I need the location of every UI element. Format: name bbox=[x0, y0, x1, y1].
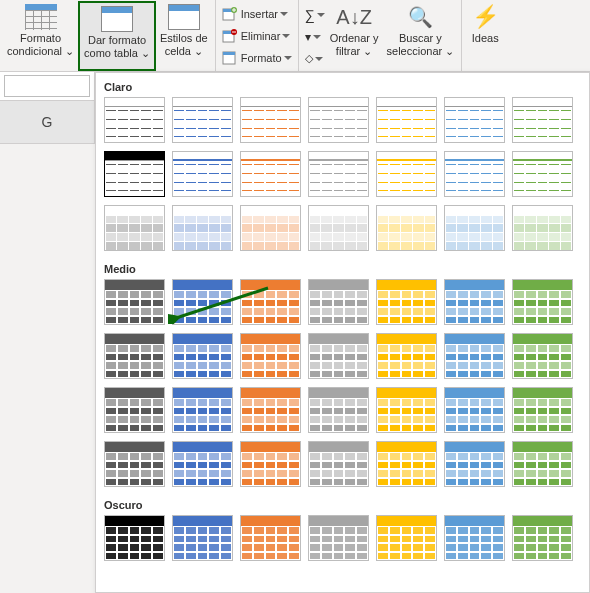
table-style-thumb[interactable] bbox=[444, 333, 505, 379]
table-style-thumb[interactable] bbox=[376, 387, 437, 433]
group-ideas: ⚡ Ideas bbox=[462, 0, 508, 71]
table-style-thumb[interactable] bbox=[172, 333, 233, 379]
table-style-thumb[interactable] bbox=[512, 151, 573, 197]
table-style-thumb[interactable] bbox=[376, 205, 437, 251]
table-style-thumb[interactable] bbox=[240, 205, 301, 251]
gallery-row bbox=[104, 441, 583, 487]
find-select-button[interactable]: 🔍 Buscar y seleccionar ⌄ bbox=[383, 1, 459, 71]
table-style-thumb[interactable] bbox=[512, 205, 573, 251]
table-style-thumb[interactable] bbox=[444, 515, 505, 561]
table-style-thumb[interactable] bbox=[308, 441, 369, 487]
table-style-thumb[interactable] bbox=[308, 387, 369, 433]
table-style-thumb[interactable] bbox=[104, 515, 165, 561]
table-style-thumb[interactable] bbox=[376, 97, 437, 143]
table-style-thumb[interactable] bbox=[444, 151, 505, 197]
cell-styles-label: Estilos de celda ⌄ bbox=[160, 32, 208, 57]
gallery-row bbox=[104, 205, 583, 251]
table-style-thumb[interactable] bbox=[240, 151, 301, 197]
worksheet-strip: G bbox=[0, 72, 95, 144]
table-style-thumb[interactable] bbox=[444, 387, 505, 433]
conditional-formatting-label: Formato condicional ⌄ bbox=[7, 32, 74, 57]
column-header[interactable]: G bbox=[0, 100, 94, 144]
format-as-table-icon bbox=[101, 6, 133, 32]
table-style-thumb[interactable] bbox=[512, 441, 573, 487]
table-style-thumb[interactable] bbox=[104, 97, 165, 143]
table-style-thumb[interactable] bbox=[240, 441, 301, 487]
gallery-scroll[interactable]: Claro Medio Oscuro bbox=[96, 73, 589, 592]
fill-down-icon: ▾ bbox=[305, 30, 311, 44]
sort-filter-button[interactable]: A↓Z Ordenar y filtrar ⌄ bbox=[326, 1, 383, 71]
find-select-icon: 🔍 bbox=[404, 4, 436, 30]
table-style-thumb[interactable] bbox=[376, 151, 437, 197]
table-style-thumb[interactable] bbox=[444, 441, 505, 487]
gallery-row bbox=[104, 279, 583, 325]
table-style-thumb[interactable] bbox=[104, 279, 165, 325]
sort-filter-icon: A↓Z bbox=[338, 4, 370, 30]
section-medium: Medio bbox=[104, 259, 583, 279]
name-box[interactable] bbox=[4, 75, 90, 97]
table-style-thumb[interactable] bbox=[240, 333, 301, 379]
table-style-thumb[interactable] bbox=[172, 515, 233, 561]
table-style-thumb[interactable] bbox=[240, 515, 301, 561]
insert-icon bbox=[222, 6, 238, 22]
table-style-thumb[interactable] bbox=[308, 205, 369, 251]
format-label: Formato bbox=[241, 52, 282, 64]
table-style-thumb[interactable] bbox=[512, 97, 573, 143]
table-style-thumb[interactable] bbox=[240, 97, 301, 143]
gallery-row bbox=[104, 97, 583, 143]
format-as-table-button[interactable]: Dar formato como tabla ⌄ bbox=[78, 1, 156, 71]
gallery-row bbox=[104, 151, 583, 197]
table-style-thumb[interactable] bbox=[308, 151, 369, 197]
table-style-thumb[interactable] bbox=[172, 279, 233, 325]
table-style-thumb[interactable] bbox=[376, 515, 437, 561]
format-icon bbox=[222, 50, 238, 66]
table-style-thumb[interactable] bbox=[376, 333, 437, 379]
fill-button[interactable]: ▾ bbox=[305, 29, 323, 45]
format-as-table-label: Dar formato como tabla ⌄ bbox=[84, 34, 150, 59]
table-style-thumb[interactable] bbox=[172, 151, 233, 197]
conditional-formatting-icon bbox=[25, 4, 57, 30]
cell-styles-button[interactable]: Estilos de celda ⌄ bbox=[156, 1, 212, 71]
table-style-thumb[interactable] bbox=[376, 279, 437, 325]
chevron-down-icon bbox=[315, 57, 323, 61]
table-style-thumb[interactable] bbox=[172, 205, 233, 251]
table-style-thumb[interactable] bbox=[512, 515, 573, 561]
table-style-thumb[interactable] bbox=[104, 387, 165, 433]
table-style-thumb[interactable] bbox=[512, 387, 573, 433]
table-style-thumb[interactable] bbox=[172, 387, 233, 433]
table-style-thumb[interactable] bbox=[240, 279, 301, 325]
svg-rect-7 bbox=[223, 52, 235, 55]
table-style-thumb[interactable] bbox=[376, 441, 437, 487]
table-style-thumb[interactable] bbox=[104, 151, 165, 197]
gallery-row bbox=[104, 515, 583, 561]
ideas-button[interactable]: ⚡ Ideas bbox=[465, 1, 505, 71]
insert-label: Insertar bbox=[241, 8, 278, 20]
table-style-thumb[interactable] bbox=[444, 279, 505, 325]
table-style-thumb[interactable] bbox=[512, 333, 573, 379]
table-style-thumb[interactable] bbox=[104, 333, 165, 379]
table-style-thumb[interactable] bbox=[308, 279, 369, 325]
table-style-thumb[interactable] bbox=[308, 333, 369, 379]
table-style-thumb[interactable] bbox=[512, 279, 573, 325]
table-style-thumb[interactable] bbox=[444, 205, 505, 251]
conditional-formatting-button[interactable]: Formato condicional ⌄ bbox=[3, 1, 78, 71]
chevron-down-icon bbox=[317, 13, 325, 17]
table-style-thumb[interactable] bbox=[308, 515, 369, 561]
table-style-thumb[interactable] bbox=[104, 205, 165, 251]
table-style-thumb[interactable] bbox=[104, 441, 165, 487]
table-style-thumb[interactable] bbox=[172, 441, 233, 487]
table-style-thumb[interactable] bbox=[172, 97, 233, 143]
table-style-thumb[interactable] bbox=[240, 387, 301, 433]
gallery-row bbox=[104, 333, 583, 379]
table-style-thumb[interactable] bbox=[444, 97, 505, 143]
insert-button[interactable]: Insertar bbox=[222, 5, 292, 23]
format-button[interactable]: Formato bbox=[222, 49, 292, 67]
clear-button[interactable]: ◇ bbox=[305, 51, 323, 66]
find-select-label: Buscar y seleccionar ⌄ bbox=[387, 32, 455, 57]
table-style-thumb[interactable] bbox=[308, 97, 369, 143]
delete-button[interactable]: Eliminar bbox=[222, 27, 292, 45]
ideas-label: Ideas bbox=[472, 32, 499, 45]
autosum-column: ∑ ▾ ◇ bbox=[302, 1, 326, 71]
autosum-button[interactable]: ∑ bbox=[305, 6, 323, 24]
sort-filter-label: Ordenar y filtrar ⌄ bbox=[330, 32, 379, 57]
